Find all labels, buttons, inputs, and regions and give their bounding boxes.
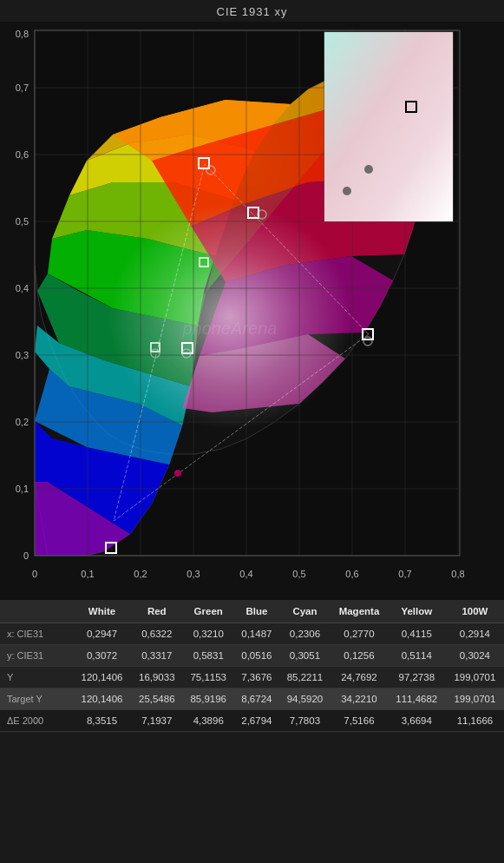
svg-text:0,1: 0,1 <box>81 569 94 579</box>
row-value: 7,5166 <box>331 710 388 732</box>
row-value: 75,1153 <box>183 667 234 688</box>
row-value: 94,5920 <box>279 688 331 710</box>
row-value: 0,3317 <box>131 645 182 667</box>
svg-text:0,5: 0,5 <box>16 216 29 227</box>
row-value: 4,3896 <box>183 710 234 732</box>
row-value: 0,5114 <box>388 645 446 667</box>
svg-text:phoneArena: phoneArena <box>182 319 278 338</box>
svg-text:0,3: 0,3 <box>16 350 29 360</box>
row-value: 3,6694 <box>388 710 446 732</box>
svg-text:0,6: 0,6 <box>345 569 358 579</box>
col-header-red: Red <box>131 600 182 623</box>
row-value: 0,3072 <box>73 645 131 667</box>
row-value: 7,7803 <box>279 710 331 732</box>
svg-text:0,8: 0,8 <box>451 569 464 579</box>
row-value: 2,6794 <box>234 710 279 732</box>
svg-text:0,2: 0,2 <box>16 417 29 427</box>
svg-text:0,4: 0,4 <box>16 283 29 293</box>
row-value: 25,5486 <box>131 688 182 710</box>
row-value: 0,2770 <box>331 623 388 645</box>
row-value: 0,3210 <box>183 623 234 645</box>
svg-text:0,6: 0,6 <box>16 149 29 160</box>
row-value: 34,2210 <box>331 688 388 710</box>
row-label: ΔE 2000 <box>0 710 73 732</box>
cie-chart-container: 0 0,1 0,2 0,3 0,4 0,5 0,6 0,7 0,8 0 0,1 … <box>0 22 504 600</box>
col-header-yellow: Yellow <box>388 600 446 623</box>
row-label: Y <box>0 667 73 688</box>
row-value: 0,1256 <box>331 645 388 667</box>
col-header-green: Green <box>183 600 234 623</box>
svg-rect-22 <box>460 22 504 600</box>
row-value: 120,1406 <box>73 688 131 710</box>
col-header-cyan: Cyan <box>279 600 331 623</box>
row-value: 0,6322 <box>131 623 182 645</box>
table-row: Y120,140616,903375,11537,367685,221124,7… <box>0 667 504 688</box>
col-header-white: White <box>73 600 131 623</box>
svg-text:0,4: 0,4 <box>239 569 252 579</box>
row-value: 0,1487 <box>234 623 279 645</box>
row-value: 0,2306 <box>279 623 331 645</box>
row-value: 11,1666 <box>446 710 504 732</box>
row-value: 0,3024 <box>446 645 504 667</box>
row-value: 111,4682 <box>388 688 446 710</box>
row-value: 7,3676 <box>234 667 279 688</box>
svg-point-77 <box>364 165 373 174</box>
row-value: 97,2738 <box>388 667 446 688</box>
svg-text:0,3: 0,3 <box>187 569 200 579</box>
row-value: 0,2947 <box>73 623 131 645</box>
row-value: 0,2914 <box>446 623 504 645</box>
svg-text:0,2: 0,2 <box>134 569 147 579</box>
svg-text:0,7: 0,7 <box>16 82 29 93</box>
svg-text:0,1: 0,1 <box>16 484 29 494</box>
table-row: y: CIE310,30720,33170,58310,05160,30510,… <box>0 645 504 667</box>
svg-point-71 <box>174 470 181 477</box>
row-value: 0,0516 <box>234 645 279 667</box>
row-value: 24,7692 <box>331 667 388 688</box>
measurements-table: White Red Green Blue Cyan Magenta Yellow… <box>0 600 504 732</box>
row-value: 199,0701 <box>446 688 504 710</box>
row-value: 0,4115 <box>388 623 446 645</box>
row-label: Target Y <box>0 688 73 710</box>
table-row: ΔE 20008,35157,19374,38962,67947,78037,5… <box>0 710 504 732</box>
row-value: 85,2211 <box>279 667 331 688</box>
row-value: 8,3515 <box>73 710 131 732</box>
col-header-magenta: Magenta <box>331 600 388 623</box>
svg-point-78 <box>343 187 351 195</box>
svg-text:0: 0 <box>23 550 29 561</box>
svg-text:0: 0 <box>32 569 37 579</box>
data-table-section: White Red Green Blue Cyan Magenta Yellow… <box>0 600 504 732</box>
row-value: 0,5831 <box>183 645 234 667</box>
svg-point-19 <box>108 204 351 430</box>
row-label: y: CIE31 <box>0 645 73 667</box>
col-header-blue: Blue <box>234 600 279 623</box>
col-header-label <box>0 600 73 623</box>
row-value: 8,6724 <box>234 688 279 710</box>
row-label: x: CIE31 <box>0 623 73 645</box>
row-value: 199,0701 <box>446 667 504 688</box>
row-value: 0,3051 <box>279 645 331 667</box>
row-value: 7,1937 <box>131 710 182 732</box>
row-value: 16,9033 <box>131 667 182 688</box>
col-header-100w: 100W <box>446 600 504 623</box>
svg-rect-20 <box>0 22 35 600</box>
row-value: 85,9196 <box>183 688 234 710</box>
svg-text:0,8: 0,8 <box>16 29 29 39</box>
svg-text:0,7: 0,7 <box>398 569 411 579</box>
chart-title: CIE 1931 xy <box>0 0 504 22</box>
table-row: x: CIE310,29470,63220,32100,14870,23060,… <box>0 623 504 645</box>
table-row: Target Y120,140625,548685,91968,672494,5… <box>0 688 504 710</box>
svg-text:0,5: 0,5 <box>292 569 305 579</box>
row-value: 120,1406 <box>73 667 131 688</box>
